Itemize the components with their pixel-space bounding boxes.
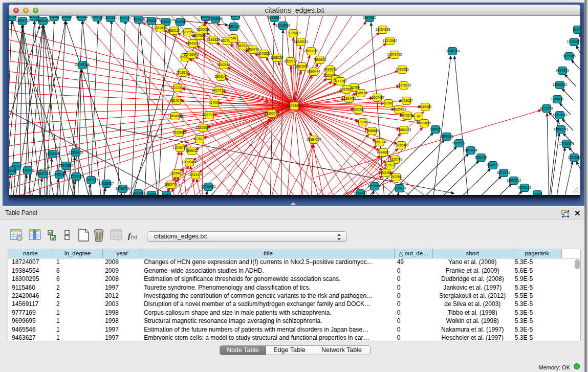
- svg-text:92450: 92450: [162, 193, 171, 195]
- svg-text:19524861: 19524861: [379, 171, 394, 174]
- svg-text:8215958: 8215958: [540, 106, 553, 110]
- svg-text:8912954: 8912954: [181, 30, 194, 34]
- svg-text:8938923: 8938923: [440, 135, 453, 138]
- svg-text:2803147: 2803147: [214, 75, 228, 78]
- svg-text:12475: 12475: [533, 192, 542, 195]
- svg-text:15716485: 15716485: [201, 185, 216, 188]
- svg-text:117006: 117006: [209, 101, 220, 104]
- svg-text:1916682: 1916682: [172, 130, 186, 134]
- svg-text:16543362: 16543362: [186, 41, 201, 45]
- svg-text:9463627: 9463627: [400, 99, 413, 102]
- svg-text:13654923: 13654923: [397, 128, 411, 132]
- svg-text:853287: 853287: [49, 16, 60, 18]
- svg-text:9660124: 9660124: [167, 29, 181, 32]
- svg-text:10688609: 10688609: [365, 129, 380, 133]
- svg-text:7357234: 7357234: [227, 25, 241, 28]
- svg-text:10025433: 10025433: [391, 107, 406, 111]
- svg-text:2935114: 2935114: [475, 156, 488, 159]
- svg-text:3498222: 3498222: [185, 149, 199, 152]
- svg-text:9474444: 9474444: [464, 148, 477, 152]
- svg-text:19218506: 19218506: [276, 24, 291, 27]
- svg-text:210653: 210653: [61, 16, 72, 18]
- svg-text:30975867: 30975867: [59, 164, 74, 167]
- svg-text:14136141: 14136141: [367, 184, 382, 188]
- svg-text:12375115: 12375115: [397, 83, 411, 87]
- svg-text:1145194: 1145194: [53, 172, 66, 176]
- svg-text:391193: 391193: [9, 169, 17, 172]
- svg-text:7386322: 7386322: [352, 107, 365, 111]
- svg-text:18724007: 18724007: [287, 104, 302, 107]
- svg-text:9245612: 9245612: [518, 186, 531, 189]
- svg-text:9777169: 9777169: [334, 79, 347, 83]
- svg-text:10973493: 10973493: [387, 53, 402, 56]
- svg-text:964122: 964122: [29, 16, 40, 18]
- svg-text:16154808: 16154808: [376, 28, 390, 31]
- svg-text:22420046: 22420046: [184, 53, 199, 56]
- svg-text:7632621: 7632621: [486, 163, 499, 167]
- svg-text:26206536: 26206536: [46, 152, 60, 156]
- svg-text:15692971: 15692971: [554, 127, 569, 131]
- svg-text:6879197: 6879197: [452, 141, 466, 145]
- svg-text:15751074: 15751074: [567, 40, 580, 43]
- svg-text:10054112: 10054112: [507, 179, 521, 182]
- svg-text:44: 44: [417, 115, 421, 118]
- svg-text:8990444: 8990444: [307, 70, 320, 73]
- svg-text:16961758: 16961758: [304, 49, 319, 53]
- svg-text:546: 546: [231, 36, 236, 40]
- svg-text:8984067: 8984067: [377, 150, 390, 154]
- svg-text:1362615: 1362615: [295, 64, 309, 68]
- svg-text:1171587: 1171587: [9, 16, 18, 18]
- svg-text:252254: 252254: [390, 175, 402, 179]
- svg-text:13353594: 13353594: [196, 126, 211, 129]
- svg-text:21364436: 21364436: [342, 97, 357, 100]
- svg-text:1667135: 1667135: [118, 16, 131, 20]
- svg-text:916012: 916012: [160, 20, 171, 24]
- svg-text:9227343: 9227343: [556, 69, 569, 72]
- svg-text:12093822: 12093822: [553, 83, 568, 86]
- svg-text:9794074: 9794074: [323, 68, 337, 71]
- svg-text:3245574: 3245574: [354, 91, 367, 95]
- svg-text:1071911: 1071911: [104, 16, 117, 19]
- svg-text:12213967: 12213967: [383, 39, 398, 42]
- svg-text:164095: 164095: [430, 127, 441, 131]
- svg-text:11175: 11175: [573, 28, 580, 31]
- svg-text:2367608: 2367608: [236, 44, 249, 48]
- svg-text:6497505: 6497505: [340, 87, 353, 91]
- svg-text:13325419: 13325419: [286, 31, 301, 35]
- svg-text:19302073: 19302073: [265, 112, 279, 115]
- svg-text:6466160: 6466160: [91, 16, 104, 19]
- svg-text:18640910: 18640910: [294, 40, 309, 43]
- svg-text:8322037: 8322037: [284, 59, 297, 63]
- svg-text:3267130: 3267130: [203, 113, 216, 117]
- svg-text:2156443: 2156443: [354, 191, 367, 195]
- svg-text:12942757: 12942757: [36, 172, 51, 176]
- svg-text:19654933: 19654933: [168, 114, 183, 118]
- svg-text:9329966: 9329966: [562, 54, 576, 58]
- svg-text:7515526: 7515526: [132, 17, 145, 21]
- svg-text:8454749: 8454749: [246, 48, 259, 51]
- svg-text:1810075: 1810075: [170, 99, 183, 102]
- svg-text:16914479: 16914479: [188, 173, 203, 177]
- svg-text:976638: 976638: [146, 19, 157, 23]
- svg-text:12923466: 12923466: [131, 191, 146, 195]
- svg-text:7625402: 7625402: [170, 171, 183, 175]
- svg-text:124554: 124554: [146, 193, 157, 195]
- svg-text:9146821: 9146821: [257, 52, 271, 55]
- svg-text:93275: 93275: [231, 16, 240, 17]
- svg-text:7855812: 7855812: [313, 58, 326, 61]
- svg-text:8186328: 8186328: [207, 38, 220, 41]
- svg-text:7663822: 7663822: [154, 26, 167, 30]
- svg-text:(x): (x): [131, 233, 138, 240]
- svg-text:16648764: 16648764: [445, 49, 460, 53]
- svg-text:9327505: 9327505: [192, 34, 206, 37]
- svg-text:9485779: 9485779: [164, 183, 178, 186]
- svg-text:9115460: 9115460: [419, 105, 432, 108]
- svg-text:18099486: 18099486: [182, 160, 197, 164]
- svg-text:26053346: 26053346: [75, 63, 90, 67]
- svg-text:62160: 62160: [384, 101, 393, 105]
- svg-text:0699695: 0699695: [418, 121, 431, 125]
- svg-text:13495794: 13495794: [400, 114, 415, 117]
- svg-text:14320746: 14320746: [388, 158, 403, 161]
- svg-text:1244415: 1244415: [551, 97, 564, 101]
- svg-text:1527602: 1527602: [75, 16, 89, 18]
